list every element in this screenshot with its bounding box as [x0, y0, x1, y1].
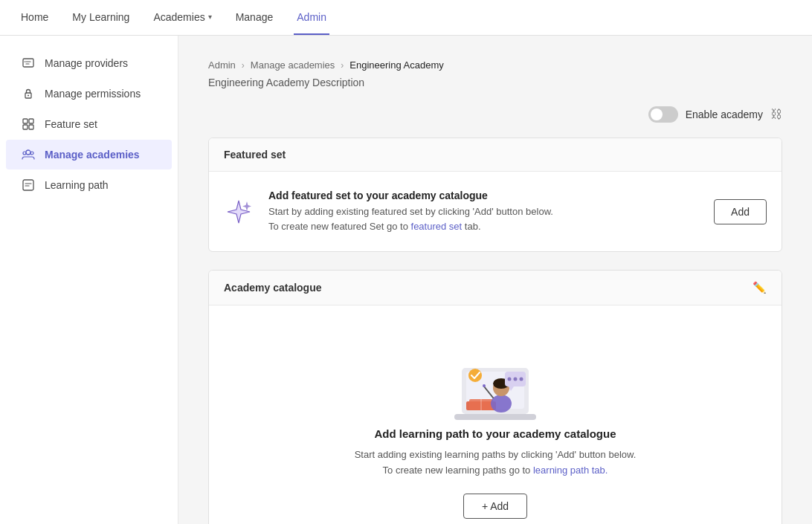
sidebar-label-learning-path: Learning path [45, 179, 109, 191]
svg-rect-7 [29, 125, 33, 129]
sidebar-item-manage-providers[interactable]: Manage providers [6, 48, 172, 78]
catalogue-illustration [447, 346, 544, 427]
featured-set-row: Add featured set to your academy catalog… [224, 190, 767, 233]
path-icon [21, 178, 36, 193]
svg-rect-0 [23, 59, 33, 67]
feature-icon [21, 117, 36, 132]
sidebar-item-manage-permissions[interactable]: Manage permissions [6, 79, 172, 109]
nav-my-learning[interactable]: My Learning [69, 1, 132, 35]
breadcrumb: Admin › Manage academies › Engineering A… [208, 59, 782, 71]
academy-catalogue-header: Academy catalogue ✏️ [209, 271, 782, 305]
featured-set-header: Featured set [209, 138, 782, 172]
svg-point-29 [520, 378, 523, 381]
app-layout: Manage providers Manage permissions [0, 36, 812, 524]
svg-rect-4 [23, 119, 28, 123]
nav-admin[interactable]: Admin [294, 1, 329, 35]
breadcrumb-current: Engineering Academy [349, 59, 443, 71]
edit-icon[interactable]: ✏️ [753, 281, 767, 294]
svg-point-9 [30, 152, 33, 155]
enable-academy-row: Enable academy ⛓ [208, 106, 782, 123]
svg-point-30 [468, 369, 482, 382]
svg-point-21 [491, 395, 512, 413]
main-content: Admin › Manage academies › Engineering A… [178, 36, 812, 524]
sidebar-label-manage-academies: Manage academies [45, 149, 140, 161]
chevron-down-icon: ▾ [208, 13, 212, 21]
breadcrumb-admin[interactable]: Admin [208, 59, 236, 71]
featured-set-body: Add featured set to your academy catalog… [209, 172, 782, 251]
permission-icon [21, 86, 36, 101]
svg-rect-11 [23, 180, 33, 190]
svg-point-27 [508, 378, 512, 381]
academy-catalogue-body: Add learning path to your academy catalo… [209, 305, 782, 524]
svg-rect-17 [454, 414, 536, 420]
catalogue-content-desc: Start adding existing learning paths by … [355, 447, 637, 479]
sidebar-item-manage-academies[interactable]: Manage academies [6, 140, 172, 169]
svg-rect-5 [29, 119, 33, 123]
breadcrumb-sep-1: › [242, 60, 245, 71]
provider-icon [21, 56, 36, 71]
featured-set-content-title: Add featured set to your academy catalog… [268, 190, 699, 201]
svg-point-25 [483, 384, 486, 387]
sidebar-label-manage-providers: Manage providers [45, 57, 128, 69]
academy-catalogue-title: Academy catalogue [224, 282, 322, 294]
sparkle-icon [224, 197, 254, 227]
page-description: Engineering Academy Description [208, 77, 782, 88]
academy-catalogue-section: Academy catalogue ✏️ [208, 270, 782, 524]
sidebar-label-feature-set: Feature set [45, 118, 97, 130]
enable-academy-label: Enable academy [686, 109, 763, 120]
featured-set-title: Featured set [224, 149, 286, 161]
academy-icon [21, 147, 36, 162]
toggle-thumb [651, 109, 663, 120]
svg-point-8 [26, 150, 30, 155]
featured-set-section: Featured set Add featured set to your ac… [208, 138, 782, 252]
svg-marker-14 [242, 201, 251, 211]
svg-point-28 [514, 378, 518, 381]
enable-academy-toggle[interactable] [648, 106, 678, 123]
svg-rect-6 [23, 125, 28, 129]
svg-point-10 [23, 152, 26, 155]
catalogue-empty-state: Add learning path to your academy catalo… [224, 323, 767, 524]
svg-point-1 [25, 61, 26, 62]
breadcrumb-sep-2: › [341, 60, 344, 71]
link-icon[interactable]: ⛓ [770, 108, 782, 121]
featured-set-link[interactable]: featured set [411, 221, 463, 232]
sidebar-item-learning-path[interactable]: Learning path [6, 170, 172, 200]
nav-manage[interactable]: Manage [233, 1, 277, 35]
sidebar-item-feature-set[interactable]: Feature set [6, 109, 172, 139]
catalogue-content-title: Add learning path to your academy catalo… [374, 427, 616, 440]
featured-set-text: Add featured set to your academy catalog… [268, 190, 699, 233]
nav-academies[interactable]: Academies ▾ [150, 1, 214, 35]
catalogue-add-button[interactable]: + Add [463, 494, 527, 519]
svg-point-3 [28, 95, 29, 97]
breadcrumb-manage-academies[interactable]: Manage academies [251, 59, 335, 71]
top-navigation: Home My Learning Academies ▾ Manage Admi… [0, 0, 812, 36]
featured-set-content-desc: Start by adding existing featured set by… [268, 204, 699, 233]
sidebar: Manage providers Manage permissions [0, 36, 178, 524]
nav-home[interactable]: Home [18, 1, 51, 35]
catalogue-learning-path-link[interactable]: learning path tab. [533, 465, 608, 476]
sidebar-label-manage-permissions: Manage permissions [45, 88, 141, 100]
featured-set-add-button[interactable]: Add [714, 199, 767, 224]
